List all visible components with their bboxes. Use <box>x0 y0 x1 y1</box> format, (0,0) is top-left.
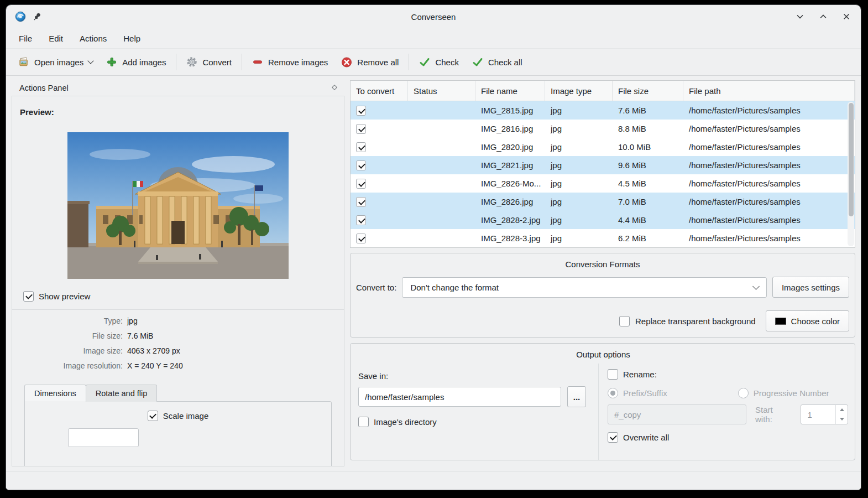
open-images-label: Open images <box>34 58 83 67</box>
check-all-button[interactable]: Check all <box>466 52 529 72</box>
menu-bar: File Edit Actions Help <box>6 28 861 48</box>
file-size-label: File size: <box>12 331 123 340</box>
prefix-suffix-radio[interactable] <box>608 388 618 398</box>
spin-down-icon[interactable] <box>836 414 848 424</box>
image-type-cell: jpg <box>545 138 613 156</box>
tab-rotate-flip[interactable]: Rotate and flip <box>86 385 158 402</box>
minimize-button[interactable] <box>794 11 806 22</box>
file-size-cell: 4.4 MiB <box>613 211 683 229</box>
browse-button[interactable]: ... <box>567 386 586 407</box>
actions-panel: Actions Panel Preview: <box>12 80 344 466</box>
menu-help[interactable]: Help <box>115 30 149 46</box>
table-row[interactable]: IMG_2828-3.jpg jpg 6.2 MiB /home/faster/… <box>351 229 855 247</box>
format-select[interactable]: Don't change the format <box>402 277 767 298</box>
menu-edit[interactable]: Edit <box>40 30 71 46</box>
col-file-path[interactable]: File path <box>683 81 855 101</box>
dock-float-icon[interactable] <box>331 84 338 92</box>
table-row[interactable]: IMG_2816.jpg jpg 8.8 MiB /home/faster/Pi… <box>351 120 855 138</box>
app-window: Converseen File Edit Actions Help <box>6 4 861 490</box>
col-to-convert[interactable]: To convert <box>351 81 408 101</box>
actions-panel-title: Actions Panel <box>19 84 69 92</box>
file-size-cell: 9.6 MiB <box>613 156 683 174</box>
col-file-size[interactable]: File size <box>613 81 683 101</box>
status-cell <box>408 101 475 120</box>
to-convert-checkbox[interactable] <box>356 197 366 207</box>
col-file-name[interactable]: File name <box>475 81 545 101</box>
maximize-button[interactable] <box>818 11 829 22</box>
add-images-button[interactable]: Add images <box>100 52 172 72</box>
remove-all-button[interactable]: Remove all <box>334 52 405 72</box>
file-size-cell: 6.2 MiB <box>613 229 683 247</box>
images-settings-button[interactable]: Images settings <box>772 277 849 298</box>
overwrite-all-checkbox[interactable] <box>608 432 618 443</box>
image-size-label: Image size: <box>12 346 123 355</box>
type-value: jpg <box>127 317 344 325</box>
status-cell <box>408 229 475 247</box>
to-convert-checkbox[interactable] <box>356 234 366 243</box>
minus-icon <box>252 56 263 68</box>
gear-icon <box>186 56 197 68</box>
col-image-type[interactable]: Image type <box>545 81 613 101</box>
open-images-button[interactable]: Open images <box>12 52 100 72</box>
tab-dimensions[interactable]: Dimensions <box>24 385 86 402</box>
close-button[interactable] <box>841 11 852 22</box>
file-name-cell: IMG_2816.jpg <box>475 120 545 138</box>
scale-value-field[interactable] <box>68 428 139 447</box>
file-path-cell: /home/faster/Pictures/samples <box>683 138 855 156</box>
pin-icon[interactable] <box>32 11 43 22</box>
conversion-formats-group: Conversion Formats Convert to: Don't cha… <box>350 253 855 338</box>
menu-actions[interactable]: Actions <box>71 30 115 46</box>
table-row[interactable]: IMG_2820.jpg jpg 10.0 MiB /home/faster/P… <box>351 138 855 156</box>
table-row[interactable]: IMG_2826-Mo... jpg 4.5 MiB /home/faster/… <box>351 174 855 193</box>
scrollbar-thumb[interactable] <box>849 103 854 216</box>
file-table: To convert Status File name Image type F… <box>350 80 855 248</box>
table-row[interactable]: IMG_2821.jpg jpg 9.6 MiB /home/faster/Pi… <box>351 156 855 174</box>
remove-images-button[interactable]: Remove images <box>245 52 334 72</box>
to-convert-checkbox[interactable] <box>356 179 366 189</box>
check-button[interactable]: Check <box>412 52 466 72</box>
to-convert-checkbox[interactable] <box>356 106 366 116</box>
status-cell <box>408 211 475 229</box>
show-preview-label: Show preview <box>39 292 90 301</box>
prefix-suffix-label: Prefix/Suffix <box>623 388 667 398</box>
to-convert-checkbox[interactable] <box>356 215 366 225</box>
start-with-spinbox[interactable]: 1 <box>801 404 848 424</box>
toolbar-separator <box>242 54 242 70</box>
spinbox-arrows[interactable] <box>835 405 848 424</box>
status-cell <box>408 193 475 211</box>
rename-checkbox[interactable] <box>608 369 618 380</box>
image-size-value: 4063 x 2709 px <box>127 346 344 355</box>
image-type-cell: jpg <box>545 193 613 211</box>
check-label: Check <box>435 58 459 67</box>
replace-background-checkbox[interactable] <box>619 316 630 326</box>
show-preview-checkbox[interactable] <box>23 291 34 302</box>
menu-file[interactable]: File <box>11 30 40 46</box>
scale-image-checkbox[interactable] <box>148 411 158 421</box>
to-convert-checkbox[interactable] <box>356 160 366 170</box>
spin-up-icon[interactable] <box>836 405 848 414</box>
image-type-cell: jpg <box>545 174 613 193</box>
file-path-cell: /home/faster/Pictures/samples <box>683 101 855 120</box>
titlebar[interactable]: Converseen <box>6 5 861 28</box>
save-path-input[interactable] <box>358 387 561 407</box>
rename-pattern-input[interactable] <box>608 404 746 424</box>
image-type-cell: jpg <box>545 211 613 229</box>
status-cell <box>408 120 475 138</box>
images-directory-checkbox[interactable] <box>358 417 369 427</box>
file-size-cell: 7.0 MiB <box>613 193 683 211</box>
choose-color-button[interactable]: Choose color <box>766 310 849 331</box>
status-bar <box>6 471 861 490</box>
progressive-number-radio[interactable] <box>738 388 749 398</box>
to-convert-checkbox[interactable] <box>356 124 366 134</box>
toolbar-separator <box>176 54 176 70</box>
save-in-label: Save in: <box>358 371 586 381</box>
table-scrollbar[interactable] <box>848 102 854 246</box>
table-row[interactable]: IMG_2826.jpg jpg 7.0 MiB /home/faster/Pi… <box>351 193 855 211</box>
table-row[interactable]: IMG_2828-2.jpg jpg 4.4 MiB /home/faster/… <box>351 211 855 229</box>
convert-button[interactable]: Convert <box>180 52 238 72</box>
resolution-label: Image resolution: <box>12 361 123 370</box>
col-status[interactable]: Status <box>408 81 475 101</box>
remove-all-label: Remove all <box>357 58 399 67</box>
to-convert-checkbox[interactable] <box>356 142 366 152</box>
table-row[interactable]: IMG_2815.jpg jpg 7.6 MiB /home/faster/Pi… <box>351 101 855 120</box>
